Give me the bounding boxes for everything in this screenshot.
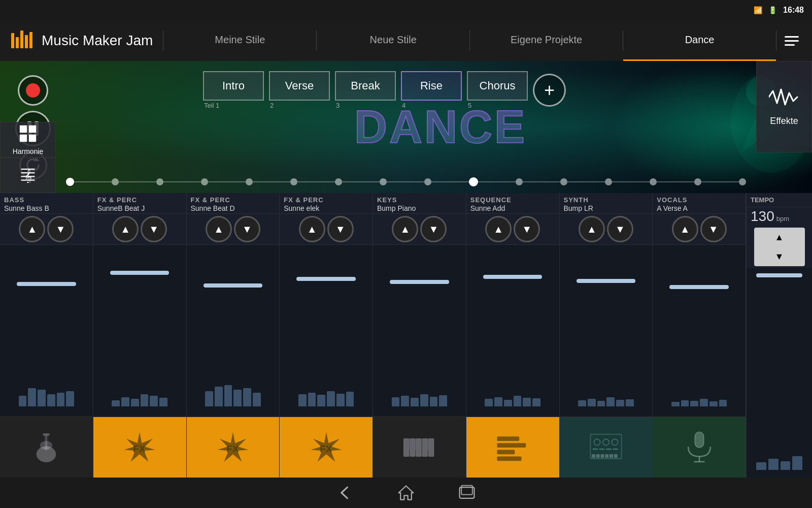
progress-dot-15[interactable] — [739, 178, 746, 185]
fx1-instrument-button[interactable]: FX — [93, 417, 186, 478]
track-synth-fader[interactable] — [560, 245, 653, 294]
tab-neue-stile[interactable]: Neue Stile — [317, 20, 469, 61]
tab-meine-stile[interactable]: Meine Stile — [163, 20, 316, 61]
tempo-value-row: 130 bpm — [747, 207, 812, 226]
back-button[interactable] — [335, 483, 355, 503]
synth-instrument-button[interactable] — [560, 417, 653, 478]
track-fx2-visual — [187, 294, 280, 417]
effekte-button[interactable]: Effekte — [756, 61, 812, 152]
app-logo-icon — [10, 28, 36, 53]
progress-bar — [66, 177, 746, 187]
tempo-up-button[interactable]: ▲ — [754, 228, 805, 247]
keys-instrument-button[interactable] — [373, 417, 466, 478]
track-fx1-fader[interactable] — [93, 245, 186, 294]
track-vocals-fader[interactable] — [653, 245, 746, 294]
synth-up-arrow[interactable]: ▲ — [579, 216, 605, 242]
vocals-down-arrow[interactable]: ▼ — [700, 216, 727, 242]
fx2-instrument-button[interactable]: FX — [187, 417, 280, 478]
bass-up-arrow[interactable]: ▲ — [19, 216, 45, 242]
progress-dot-9[interactable] — [469, 177, 478, 186]
recents-button[interactable] — [457, 483, 477, 503]
progress-dot-0[interactable] — [66, 178, 74, 186]
fx2-fader-bar[interactable] — [204, 283, 263, 288]
track-synth-controls: ▲ ▼ — [560, 214, 653, 245]
progress-dot-6[interactable] — [335, 178, 342, 185]
progress-dot-4[interactable] — [246, 178, 253, 185]
top-nav: Music Maker Jam Meine Stile Neue Stile E… — [0, 20, 812, 61]
tab-eigene-projekte[interactable]: Eigene Projekte — [470, 20, 623, 61]
svg-point-43 — [603, 439, 609, 445]
sequence-instrument-button[interactable] — [466, 417, 559, 478]
progress-dot-2[interactable] — [156, 178, 163, 185]
bass-down-arrow[interactable]: ▼ — [47, 216, 74, 242]
tempo-fader-bar[interactable] — [756, 273, 802, 277]
svg-rect-40 — [497, 456, 522, 461]
progress-dot-1[interactable] — [112, 178, 119, 185]
fx3-instrument-button[interactable]: FX — [280, 417, 373, 478]
progress-dot-13[interactable] — [650, 178, 657, 185]
record-button[interactable] — [18, 75, 48, 106]
section-intro[interactable]: Intro Teil 1 — [198, 71, 264, 109]
track-fx2-controls: ▲ ▼ — [187, 214, 280, 245]
svg-rect-9 — [29, 125, 36, 132]
svg-rect-34 — [408, 438, 412, 450]
svg-point-44 — [612, 439, 618, 445]
track-keys-fader[interactable] — [373, 245, 466, 294]
menu-button[interactable] — [776, 25, 807, 56]
sequence-up-arrow[interactable]: ▲ — [485, 216, 512, 242]
progress-dot-3[interactable] — [201, 178, 208, 185]
sequence-fader-bar[interactable] — [483, 275, 543, 279]
section-break[interactable]: Break 3 — [330, 71, 396, 109]
svg-rect-54 — [614, 454, 618, 458]
vocals-fader-bar[interactable] — [669, 285, 729, 289]
svg-rect-50 — [596, 454, 600, 458]
progress-dot-14[interactable] — [694, 178, 701, 185]
vocals-up-arrow[interactable]: ▲ — [672, 216, 698, 242]
home-button[interactable] — [396, 483, 416, 503]
keys-down-arrow[interactable]: ▼ — [420, 216, 447, 242]
synth-down-arrow[interactable]: ▼ — [607, 216, 633, 242]
harmonie-button[interactable]: Harmonie — [0, 122, 56, 157]
keys-fader-bar[interactable] — [390, 280, 449, 284]
progress-dot-12[interactable] — [605, 178, 612, 185]
tempo-fader-area[interactable] — [747, 268, 812, 478]
tempo-down-button[interactable]: ▼ — [754, 247, 805, 266]
track-fx2-header: FX & PERC Sunne Beat D — [187, 193, 280, 214]
bass-fader-bar[interactable] — [17, 282, 76, 286]
track-fx2-fader[interactable] — [187, 245, 280, 294]
nav-tabs: Meine Stile Neue Stile Eigene Projekte D… — [163, 20, 776, 61]
section-chorus[interactable]: Chorus 5 — [462, 71, 528, 109]
fx1-down-arrow[interactable]: ▼ — [141, 216, 167, 242]
vocals-instrument-button[interactable] — [653, 417, 746, 478]
keys-up-arrow[interactable]: ▲ — [392, 216, 418, 242]
fx3-fader-bar[interactable] — [296, 277, 356, 281]
synth-fader-bar[interactable] — [577, 279, 636, 283]
tempo-column: TEMPO 130 bpm ▲ ▼ — [746, 193, 812, 478]
tab-dance[interactable]: Dance — [623, 20, 776, 61]
fx2-up-arrow[interactable]: ▲ — [206, 216, 232, 242]
fx1-up-arrow[interactable]: ▲ — [112, 216, 139, 242]
progress-dot-10[interactable] — [516, 178, 523, 185]
fx3-down-arrow[interactable]: ▼ — [327, 216, 354, 242]
fx2-down-arrow[interactable]: ▼ — [234, 216, 260, 242]
svg-rect-45 — [593, 448, 598, 450]
section-verse[interactable]: Verse 2 — [264, 71, 330, 109]
sequence-down-arrow[interactable]: ▼ — [514, 216, 540, 242]
track-bass: BASS Sunne Bass B ▲ ▼ — [0, 193, 93, 478]
section-rise[interactable]: Rise 4 — [396, 71, 462, 109]
add-section-button[interactable]: + — [533, 74, 566, 107]
score-button[interactable]: 𝄞 — [0, 157, 56, 193]
hero-area: DANCE — [0, 61, 812, 193]
track-fx3-fader[interactable] — [280, 245, 373, 294]
progress-dot-5[interactable] — [290, 178, 297, 185]
progress-dot-11[interactable] — [560, 178, 567, 185]
progress-dot-7[interactable] — [380, 178, 387, 185]
fx1-fader-bar[interactable] — [110, 271, 170, 275]
track-sequence-fader[interactable] — [466, 245, 559, 294]
fx3-up-arrow[interactable]: ▲ — [299, 216, 325, 242]
track-bass-fader[interactable] — [0, 245, 93, 294]
bass-instrument-button[interactable] — [0, 417, 93, 478]
svg-rect-11 — [29, 134, 36, 141]
progress-dot-8[interactable] — [424, 178, 431, 185]
svg-text:𝄞: 𝄞 — [24, 168, 32, 182]
